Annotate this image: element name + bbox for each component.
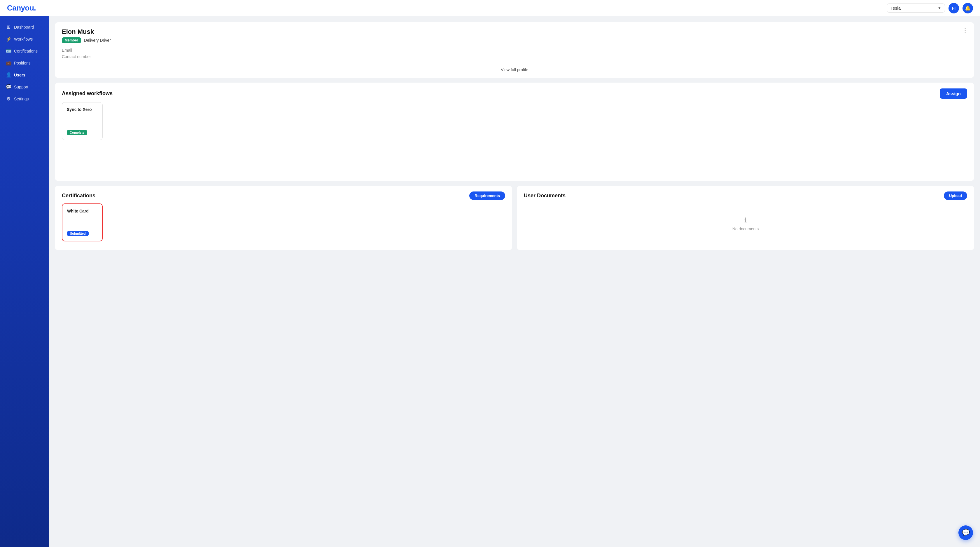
main-content: ⋮ Elon Musk Member Delivery Driver Email… <box>49 16 980 547</box>
layout: ⊞ Dashboard ⚡ Workflows 🪪 Certifications… <box>0 16 980 547</box>
sidebar: ⊞ Dashboard ⚡ Workflows 🪪 Certifications… <box>0 16 49 547</box>
more-options-button[interactable]: ⋮ <box>962 27 968 34</box>
chat-fab-icon: 💬 <box>962 529 970 536</box>
sidebar-label-certifications: Certifications <box>14 49 38 53</box>
logo: Canyou. <box>7 3 36 13</box>
chat-icon: 💬 <box>6 84 11 89</box>
sidebar-item-certifications[interactable]: 🪪 Certifications <box>0 45 49 57</box>
sidebar-label-settings: Settings <box>14 97 29 101</box>
profile-role-row: Member Delivery Driver <box>62 37 967 43</box>
user-icon: 👤 <box>6 72 11 78</box>
workflows-section: Assigned workflows Assign Sync to Xero C… <box>55 83 974 181</box>
info-icon: ℹ <box>745 217 747 224</box>
chevron-down-icon: ▼ <box>938 6 941 10</box>
sidebar-label-positions: Positions <box>14 61 30 65</box>
avatar[interactable]: FI <box>948 3 959 13</box>
contact-field: Contact number <box>62 54 967 59</box>
sidebar-item-users[interactable]: 👤 Users <box>0 69 49 81</box>
upload-button[interactable]: Upload <box>944 191 967 200</box>
workflows-empty-space <box>62 140 967 175</box>
email-field: Email <box>62 48 967 53</box>
user-documents-header: User Documents Upload <box>524 191 967 200</box>
sidebar-label-dashboard: Dashboard <box>14 25 34 29</box>
sidebar-item-positions[interactable]: 💼 Positions <box>0 57 49 69</box>
no-documents-area: ℹ No documents <box>524 203 967 244</box>
sidebar-label-support: Support <box>14 85 28 89</box>
workflows-section-header: Assigned workflows Assign <box>62 88 967 99</box>
top-header: Canyou. Tesla ▼ FI 🔔 <box>0 0 980 16</box>
workflow-cards: Sync to Xero Complete <box>62 102 967 140</box>
sidebar-item-support[interactable]: 💬 Support <box>0 81 49 93</box>
bolt-icon: ⚡ <box>6 36 11 42</box>
certifications-section: Certifications Requirements White Card S… <box>55 186 512 250</box>
card-icon: 🪪 <box>6 48 11 54</box>
complete-badge: Complete <box>67 130 87 135</box>
sidebar-label-workflows: Workflows <box>14 37 33 41</box>
sidebar-item-workflows[interactable]: ⚡ Workflows <box>0 33 49 45</box>
header-right: Tesla ▼ FI 🔔 <box>887 3 973 13</box>
cert-card-title: White Card <box>67 209 97 214</box>
no-documents-text: No documents <box>732 226 759 231</box>
submitted-badge: Submitted <box>67 231 89 236</box>
workflow-card: Sync to Xero Complete <box>62 102 103 140</box>
user-documents-title: User Documents <box>524 193 566 199</box>
member-badge: Member <box>62 37 81 43</box>
user-documents-section: User Documents Upload ℹ No documents <box>517 186 974 250</box>
certifications-title: Certifications <box>62 193 95 199</box>
briefcase-icon: 💼 <box>6 60 11 66</box>
org-selector-value: Tesla <box>891 6 935 11</box>
chat-fab-button[interactable]: 💬 <box>958 525 973 540</box>
assign-button[interactable]: Assign <box>940 88 967 99</box>
sidebar-label-users: Users <box>14 73 25 77</box>
workflow-card-title: Sync to Xero <box>67 107 98 112</box>
notification-icon[interactable]: 🔔 <box>963 3 973 13</box>
profile-card: ⋮ Elon Musk Member Delivery Driver Email… <box>55 22 974 78</box>
workflows-title: Assigned workflows <box>62 91 113 97</box>
certifications-header: Certifications Requirements <box>62 191 505 200</box>
cert-card-white-card: White Card Submitted <box>62 203 103 241</box>
bottom-sections: Certifications Requirements White Card S… <box>55 186 974 250</box>
sidebar-item-settings[interactable]: ⚙ Settings <box>0 93 49 105</box>
view-full-profile-link[interactable]: View full profile <box>62 63 967 72</box>
grid-icon: ⊞ <box>6 24 11 30</box>
gear-icon: ⚙ <box>6 96 11 102</box>
org-selector[interactable]: Tesla ▼ <box>887 3 945 13</box>
profile-name: Elon Musk <box>62 28 967 36</box>
sidebar-item-dashboard[interactable]: ⊞ Dashboard <box>0 21 49 33</box>
profile-fields: Email Contact number <box>62 48 967 59</box>
requirements-button[interactable]: Requirements <box>469 191 505 200</box>
profile-role: Delivery Driver <box>84 38 111 43</box>
